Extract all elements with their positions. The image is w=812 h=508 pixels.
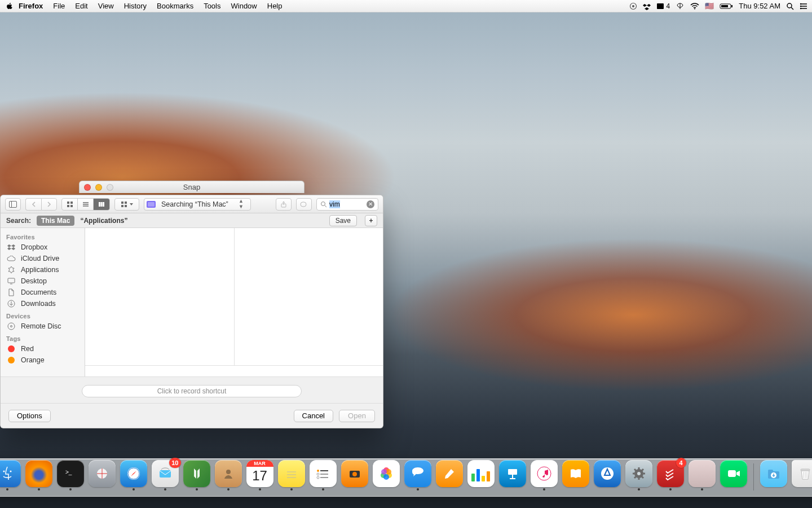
options-button[interactable]: Options xyxy=(8,410,51,422)
menubar-item-file[interactable]: File xyxy=(48,0,70,12)
applications-icon xyxy=(6,266,16,274)
svg-point-7 xyxy=(787,3,792,8)
shortcut-recorder[interactable]: Click to record shortcut xyxy=(82,385,302,397)
menu-extra-input-flag[interactable]: 🇺🇸 xyxy=(705,0,714,12)
dock-app-notes[interactable] xyxy=(277,460,306,491)
dock-app-photobooth[interactable] xyxy=(341,460,369,491)
dock-app-facetime[interactable] xyxy=(720,460,748,491)
dock-app-terminal[interactable]: >_ xyxy=(56,460,85,491)
column-2[interactable] xyxy=(235,228,383,365)
svg-rect-26 xyxy=(103,202,104,207)
column-browser[interactable] xyxy=(85,228,383,365)
sidebar-item-label: Desktop xyxy=(21,277,47,285)
dock-app-preferences[interactable] xyxy=(625,460,653,491)
save-search-button[interactable]: Save xyxy=(329,215,357,226)
list-view-button[interactable] xyxy=(78,199,94,210)
svg-point-41 xyxy=(10,471,11,472)
sidebar-tag-orange[interactable]: Orange xyxy=(1,354,85,366)
apple-menu-icon[interactable] xyxy=(6,2,14,10)
forward-button[interactable] xyxy=(41,198,57,211)
scope-applications[interactable]: “Applications” xyxy=(80,217,127,225)
dock-app-appstore[interactable] xyxy=(593,460,621,491)
dock-downloads-stack[interactable] xyxy=(760,460,788,491)
open-button[interactable]: Open xyxy=(339,410,375,422)
menubar-item-bookmarks[interactable]: Bookmarks xyxy=(152,0,198,12)
menubar-app-name[interactable]: Firefox xyxy=(14,0,48,12)
column-1[interactable] xyxy=(85,228,235,365)
sidebar-item-applications[interactable]: Applications xyxy=(1,264,85,275)
sidebar-tag-red[interactable]: Red xyxy=(1,343,85,354)
dock-app-neovim[interactable] xyxy=(183,460,211,491)
dock-app-messages[interactable] xyxy=(404,460,432,491)
menu-extra-dropbox-icon[interactable] xyxy=(643,2,651,10)
svg-point-55 xyxy=(317,473,319,475)
search-icon xyxy=(320,201,327,208)
back-button[interactable] xyxy=(25,198,41,211)
scope-this-mac[interactable]: This Mac xyxy=(37,216,74,226)
arrange-dropdown[interactable] xyxy=(114,198,139,211)
menubar-item-window[interactable]: Window xyxy=(226,0,262,12)
dock-app-snap[interactable] xyxy=(688,460,716,491)
sidebar-toggle-button[interactable] xyxy=(5,198,21,211)
dock-app-firefox[interactable] xyxy=(25,460,53,491)
sidebar-item-downloads[interactable]: Downloads xyxy=(1,298,85,309)
search-field[interactable]: ✕ xyxy=(316,198,378,211)
dropbox-icon xyxy=(6,244,16,251)
tags-button[interactable] xyxy=(296,198,312,211)
add-criteria-button[interactable]: + xyxy=(365,215,377,226)
svg-point-13 xyxy=(800,5,801,6)
menu-extra-spotlight-icon[interactable] xyxy=(786,2,794,10)
dock-app-ibooks[interactable] xyxy=(562,460,590,491)
sidebar-section-favorites: Favorites xyxy=(1,230,85,242)
dock-app-calendar[interactable]: MAR17 xyxy=(246,460,274,491)
svg-rect-65 xyxy=(508,469,517,475)
menu-extra-butterfly-icon[interactable] xyxy=(676,2,685,10)
search-input[interactable] xyxy=(329,200,364,208)
column-view-button[interactable] xyxy=(94,199,109,210)
dock-app-todoist[interactable]: 4 xyxy=(656,460,685,491)
search-scope-bar: Search: This Mac “Applications” Save + xyxy=(1,213,383,228)
menubar-item-history[interactable]: History xyxy=(119,0,152,12)
menu-extra-notification-icon[interactable] xyxy=(800,3,807,10)
sidebar-item-label: Remote Disc xyxy=(21,322,61,330)
dock-app-contacts[interactable] xyxy=(214,460,242,491)
dock-app-keynote[interactable] xyxy=(498,460,527,491)
sidebar-item-dropbox[interactable]: Dropbox xyxy=(1,242,85,253)
svg-line-34 xyxy=(325,205,326,207)
svg-rect-5 xyxy=(731,5,732,7)
dock-app-pages[interactable] xyxy=(435,460,464,491)
location-label: Searching “This Mac” xyxy=(161,200,228,208)
dock-trash[interactable] xyxy=(791,460,813,491)
menubar-item-tools[interactable]: Tools xyxy=(198,0,226,12)
location-dropdown[interactable]: Searching “This Mac” ▲▼ xyxy=(144,198,251,211)
menubar-item-help[interactable]: Help xyxy=(262,0,288,12)
menubar-item-view[interactable]: View xyxy=(93,0,119,12)
dock-app-photos[interactable] xyxy=(372,460,400,491)
sidebar-item-documents[interactable]: Documents xyxy=(1,287,85,298)
menu-extra-wifi-icon[interactable] xyxy=(690,3,699,10)
dock-app-finder[interactable] xyxy=(0,460,21,491)
cancel-button[interactable]: Cancel xyxy=(294,410,333,422)
dock-app-reminders[interactable] xyxy=(309,460,337,491)
share-button[interactable] xyxy=(276,198,292,211)
dock-app-launchpad[interactable] xyxy=(88,460,116,491)
clear-search-icon[interactable]: ✕ xyxy=(367,200,374,208)
svg-rect-25 xyxy=(101,202,103,207)
icon-view-button[interactable] xyxy=(62,199,78,210)
sidebar-item-label: Red xyxy=(21,345,34,353)
menu-extra-clock[interactable]: Thu 9:52 AM xyxy=(739,0,780,12)
dock-app-itunes[interactable] xyxy=(530,460,558,491)
dock-app-numbers[interactable] xyxy=(467,460,495,491)
menu-extra-sync-icon[interactable] xyxy=(629,2,637,10)
view-switcher[interactable] xyxy=(61,198,110,211)
svg-point-71 xyxy=(637,472,641,475)
dock-app-safari[interactable] xyxy=(120,460,148,491)
menu-extra-fantastical-icon[interactable]: 4 xyxy=(656,0,670,12)
sidebar-item-icloud[interactable]: iCloud Drive xyxy=(1,253,85,264)
menu-extra-battery-icon[interactable] xyxy=(720,3,733,10)
menubar-item-edit[interactable]: Edit xyxy=(70,0,92,12)
sidebar-item-desktop[interactable]: Desktop xyxy=(1,275,85,287)
sidebar-item-remote-disc[interactable]: Remote Disc xyxy=(1,321,85,332)
badge: 10 xyxy=(169,458,180,468)
dock-app-mail[interactable]: 10 xyxy=(151,460,179,491)
